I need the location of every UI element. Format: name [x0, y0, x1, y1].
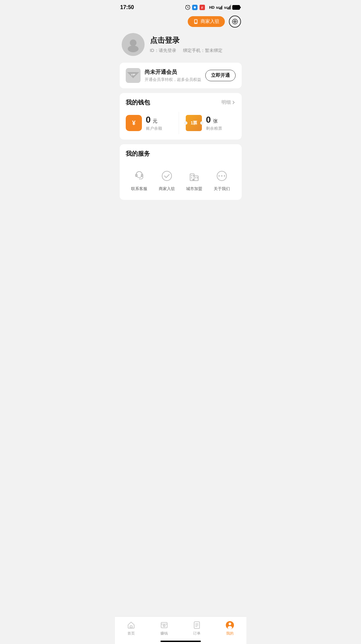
wallet-ticket-label: 剩余粮票 [206, 126, 222, 131]
order-icon [192, 621, 201, 630]
svg-point-22 [234, 21, 235, 22]
wallet-ticket-item[interactable]: 1票 0 张 剩余粮票 [182, 112, 236, 134]
nav-earn[interactable]: 赚钱 [148, 619, 181, 637]
svg-rect-18 [195, 20, 197, 23]
phone-icon [193, 19, 199, 24]
vip-desc: 开通会员享特权，超多会员权益 [145, 77, 201, 83]
svg-point-24 [128, 45, 139, 52]
alarm-icon [185, 5, 190, 10]
avatar-image [125, 36, 142, 53]
service-label-4: 关于我们 [214, 186, 230, 192]
profile-name: 点击登录 [150, 35, 240, 45]
svg-rect-6 [219, 8, 220, 9]
svg-point-42 [221, 175, 222, 177]
camera-icon [232, 19, 238, 25]
services-section: 我的服务 联系客服 [120, 144, 242, 200]
wallet-title: 我的钱包 [126, 98, 150, 106]
profile-meta: ID：请先登录 绑定手机：暂未绑定 [150, 48, 240, 54]
mine-icon [225, 621, 234, 630]
wallet-header: 我的钱包 明细 [126, 98, 236, 106]
service-label-1: 联系客服 [131, 186, 147, 192]
profile-id: ID：请先登录 [150, 48, 176, 54]
vip-icon: VIP [126, 68, 141, 83]
svg-text:F: F [201, 6, 203, 9]
chevron-right-icon [232, 100, 236, 104]
service-label-2: 商家入驻 [159, 186, 175, 192]
nav-mine-label: 我的 [226, 631, 234, 636]
svg-rect-11 [228, 8, 228, 9]
nav-order[interactable]: 订单 [181, 619, 214, 637]
bottom-nav: 首页 赚钱 订单 [115, 616, 246, 644]
wallet-balance-info: 0 元 账户余额 [146, 115, 162, 131]
yuan-icon: ¥ [129, 118, 139, 128]
home-icon [127, 621, 136, 630]
service-merchant[interactable]: 商家入驻 [155, 166, 179, 194]
svg-rect-7 [220, 7, 221, 9]
service-about-us[interactable]: 关于我们 [210, 166, 234, 194]
ticket-icon: 1票 [186, 115, 202, 131]
svg-rect-37 [195, 177, 196, 178]
svg-rect-38 [197, 177, 198, 178]
service-label-3: 城市加盟 [186, 186, 202, 192]
svg-rect-14 [231, 5, 231, 9]
status-time: 17:50 [120, 4, 134, 10]
profile-phone: 绑定手机：暂未绑定 [183, 48, 222, 54]
vip-title: 尚未开通会员 [145, 69, 201, 76]
svg-rect-39 [192, 179, 194, 181]
svg-rect-36 [191, 177, 192, 178]
svg-rect-34 [191, 175, 192, 176]
service-city-alliance[interactable]: 城市加盟 [182, 166, 206, 194]
wallet-balance-item[interactable]: ¥ 0 元 账户余额 [126, 112, 176, 134]
wallet-balance-label: 账户余额 [146, 126, 162, 131]
more-icon [214, 168, 229, 183]
svg-point-49 [229, 623, 231, 625]
merchant-enter-button[interactable]: 商家入驻 [188, 16, 225, 27]
wallet-balance-amount: 0 元 [146, 115, 162, 125]
status-bar: 17:50 F HD 5G [115, 0, 246, 13]
service-customer-care[interactable]: 联系客服 [127, 166, 151, 194]
signal-icon-2: 5G [224, 5, 231, 10]
wallet-ticket-amount: 0 张 [206, 115, 222, 125]
nav-order-label: 订单 [193, 631, 201, 636]
svg-rect-16 [233, 6, 239, 9]
svg-point-19 [195, 23, 196, 24]
svg-point-2 [194, 6, 196, 8]
verify-icon [159, 168, 174, 183]
vip-activate-button[interactable]: 立即开通 [205, 70, 236, 81]
nav-home-label: 首页 [127, 631, 135, 636]
services-title: 我的服务 [126, 150, 150, 158]
vip-badge-icon: VIP [127, 71, 139, 80]
svg-rect-12 [229, 7, 229, 9]
nav-earn-label: 赚钱 [160, 631, 168, 636]
balance-icon: ¥ [126, 115, 142, 131]
profile-info: 点击登录 ID：请先登录 绑定手机：暂未绑定 [150, 35, 240, 54]
svg-point-30 [139, 179, 140, 180]
nav-indicator [160, 641, 201, 642]
ticket-image: 1票 [186, 115, 202, 131]
svg-rect-44 [130, 626, 132, 628]
nav-mine[interactable]: 我的 [213, 619, 246, 637]
building-icon [187, 168, 202, 183]
wallet-section: 我的钱包 明细 ¥ 0 元 [120, 93, 242, 140]
vip-section: VIP 尚未开通会员 开通会员享特权，超多会员权益 立即开通 [120, 63, 242, 88]
wallet-detail-link[interactable]: 明细 [221, 99, 236, 105]
svg-rect-13 [230, 6, 230, 9]
headset-icon [132, 168, 147, 183]
app-icon: F [199, 4, 205, 10]
svg-point-43 [224, 175, 225, 177]
header-actions: 商家入驻 [115, 13, 246, 30]
services-header: 我的服务 [126, 150, 236, 158]
service-items: 联系客服 商家入驻 [126, 163, 236, 194]
profile-section[interactable]: 点击登录 ID：请先登录 绑定手机：暂未绑定 [115, 30, 246, 63]
avatar[interactable] [122, 33, 145, 56]
nav-home[interactable]: 首页 [115, 619, 148, 637]
wallet-divider [179, 112, 179, 134]
svg-rect-35 [193, 175, 194, 176]
battery-icon [232, 5, 241, 10]
wallet-items: ¥ 0 元 账户余额 1票 [126, 112, 236, 134]
svg-rect-9 [222, 5, 223, 9]
svg-text:VIP: VIP [131, 73, 136, 76]
svg-point-41 [218, 175, 220, 177]
svg-point-31 [162, 171, 172, 181]
camera-button[interactable] [229, 16, 241, 28]
